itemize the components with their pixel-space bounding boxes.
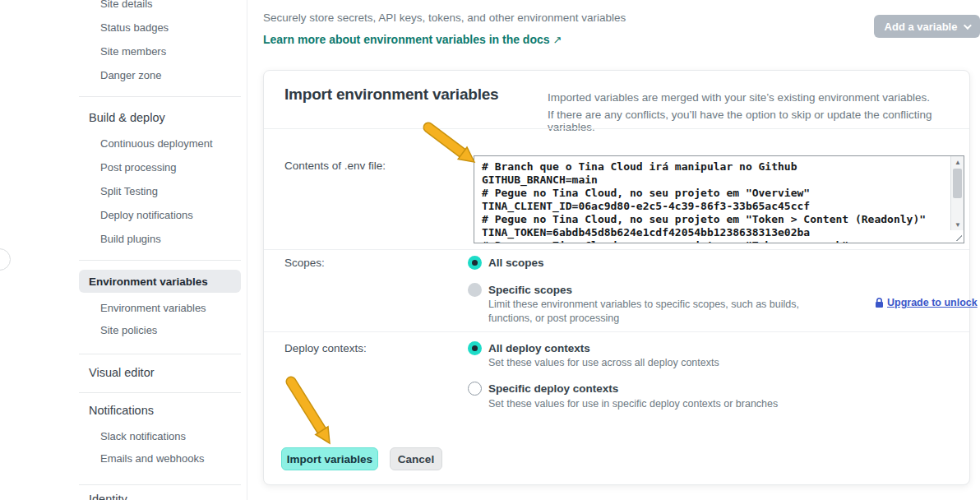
sidebar-item-split-testing[interactable]: Split Testing [100,185,158,197]
all-deploy-contexts-description: Set these values for use across all depl… [488,356,858,370]
sidebar-item-slack-notifications[interactable]: Slack notifications [100,430,186,442]
env-file-label: Contents of .env file: [284,160,386,172]
card-title: Import environment variables [284,86,498,104]
upgrade-to-unlock-label: Upgrade to unlock [887,297,978,308]
sidebar-header-identity[interactable]: Identity [89,493,127,500]
all-deploy-contexts-label[interactable]: All deploy contexts [488,342,590,354]
sidebar-item-site-details[interactable]: Site details [100,0,153,10]
divider [79,392,241,393]
chevron-down-icon [964,21,972,30]
env-file-textarea[interactable]: # Branch que o Tina Cloud irá manipular … [474,155,964,243]
page-subtitle: Securely store secrets, API keys, tokens… [263,12,626,24]
divider [79,484,241,485]
cancel-button[interactable]: Cancel [390,447,442,470]
add-a-variable-label: Add a variable [885,21,958,33]
settings-sidebar: Site details Status badges Site members … [0,0,247,500]
divider [79,354,241,354]
textarea-scrollbar[interactable]: ▲ ▼ [950,156,964,230]
sidebar-item-emails-and-webhooks[interactable]: Emails and webhooks [100,452,204,465]
scroll-down-icon[interactable]: ▼ [951,219,964,230]
docs-link-label: Learn more about environment variables i… [263,33,550,46]
divider [264,331,969,332]
divider [264,128,969,129]
sidebar-header-environment-variables-active[interactable]: Environment variables [79,270,241,293]
specific-scopes-description: Limit these environment variables to spe… [488,298,844,326]
sidebar-header-notifications[interactable]: Notifications [89,404,154,417]
specific-scopes-radio[interactable] [468,283,482,297]
sidebar-item-status-badges[interactable]: Status badges [100,21,169,34]
specific-deploy-contexts-label[interactable]: Specific deploy contexts [488,382,618,395]
sidebar-item-site-members[interactable]: Site members [100,45,166,58]
sidebar-border [247,0,247,500]
scrollbar-thumb[interactable] [953,169,962,198]
sidebar-item-danger-zone[interactable]: Danger zone [100,69,161,81]
card-note-line2: If there are any conflicts, you’ll have … [548,109,968,133]
all-scopes-label[interactable]: All scopes [488,257,544,269]
divider [79,260,241,261]
add-a-variable-button[interactable]: Add a variable [874,15,980,38]
upgrade-to-unlock-link[interactable]: Upgrade to unlock [875,297,978,308]
environment-variables-settings-page: Site details Status badges Site members … [0,0,980,500]
scopes-label: Scopes: [284,257,325,269]
specific-deploy-contexts-description: Set these values for use in specific dep… [488,397,858,411]
sidebar-item-build-plugins[interactable]: Build plugins [100,233,161,245]
sidebar-active-label: Environment variables [89,275,208,288]
deploy-contexts-label: Deploy contexts: [284,342,367,354]
sidebar-item-deploy-notifications[interactable]: Deploy notifications [100,209,193,221]
sidebar-header-visual-editor[interactable]: Visual editor [89,366,155,379]
sidebar-item-site-policies[interactable]: Site policies [100,324,157,336]
all-scopes-radio[interactable] [468,256,482,270]
docs-link[interactable]: Learn more about environment variables i… [263,33,562,46]
import-environment-variables-card: Import environment variables Imported va… [263,70,970,485]
divider [264,249,969,250]
divider [79,96,241,97]
specific-deploy-contexts-radio[interactable] [468,382,482,396]
env-file-content: # Branch que o Tina Cloud irá manipular … [474,156,964,243]
specific-scopes-label[interactable]: Specific scopes [488,284,572,296]
card-note-line1: Imported variables are merged with your … [548,91,968,104]
lock-icon [875,298,884,308]
scroll-up-icon[interactable]: ▲ [951,156,964,168]
sidebar-item-environment-variables[interactable]: Environment variables [100,302,206,314]
sidebar-item-post-processing[interactable]: Post processing [100,161,177,174]
import-variables-button[interactable]: Import variables [281,447,378,470]
sidebar-item-continuous-deployment[interactable]: Continuous deployment [100,137,213,150]
all-deploy-contexts-radio[interactable] [468,341,482,355]
sidebar-header-build-deploy[interactable]: Build & deploy [89,111,165,124]
external-link-icon: ↗ [553,34,562,46]
